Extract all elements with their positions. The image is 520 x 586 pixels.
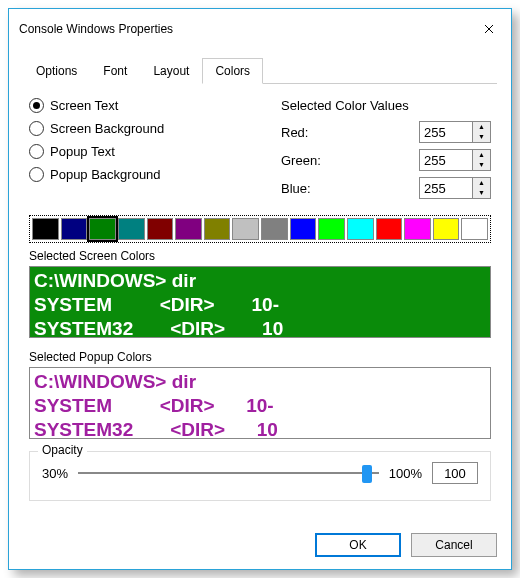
spin-down-icon[interactable]: ▼ (473, 188, 490, 198)
red-label: Red: (281, 125, 308, 140)
red-input[interactable] (420, 122, 472, 142)
slider-track (78, 472, 379, 474)
screen-colors-label: Selected Screen Colors (29, 249, 491, 263)
blue-input[interactable] (420, 178, 472, 198)
spin-down-icon[interactable]: ▼ (473, 132, 490, 142)
spin-up-icon[interactable]: ▲ (473, 122, 490, 132)
cancel-button[interactable]: Cancel (411, 533, 497, 557)
palette-swatch-11[interactable] (347, 218, 374, 240)
colors-pane: Screen Text Screen Background Popup Text… (23, 84, 497, 507)
tab-layout[interactable]: Layout (140, 58, 202, 84)
radio-popup-background[interactable]: Popup Background (29, 167, 164, 182)
radio-screen-text[interactable]: Screen Text (29, 98, 164, 113)
opacity-title: Opacity (38, 443, 87, 457)
radio-screen-background[interactable]: Screen Background (29, 121, 164, 136)
radio-icon (29, 144, 44, 159)
target-radio-group: Screen Text Screen Background Popup Text… (29, 98, 164, 205)
palette-swatch-3[interactable] (118, 218, 145, 240)
green-label: Green: (281, 153, 321, 168)
palette-swatch-9[interactable] (290, 218, 317, 240)
green-spinner[interactable]: ▲▼ (419, 149, 491, 171)
blue-label: Blue: (281, 181, 311, 196)
blue-spinner[interactable]: ▲▼ (419, 177, 491, 199)
opacity-slider[interactable] (78, 463, 379, 483)
palette-swatch-14[interactable] (433, 218, 460, 240)
opacity-min-label: 30% (42, 466, 68, 481)
tab-strip: Options Font Layout Colors (23, 57, 497, 84)
palette-swatch-0[interactable] (32, 218, 59, 240)
palette-swatch-1[interactable] (61, 218, 88, 240)
red-spinner[interactable]: ▲▼ (419, 121, 491, 143)
opacity-group: Opacity 30% 100% (29, 451, 491, 501)
tab-options[interactable]: Options (23, 58, 90, 84)
palette-swatch-15[interactable] (461, 218, 488, 240)
palette-swatch-4[interactable] (147, 218, 174, 240)
titlebar: Console Windows Properties (9, 9, 511, 49)
radio-icon (29, 121, 44, 136)
spin-up-icon[interactable]: ▲ (473, 178, 490, 188)
slider-thumb[interactable] (362, 465, 372, 483)
palette-swatch-7[interactable] (232, 218, 259, 240)
radio-popup-text[interactable]: Popup Text (29, 144, 164, 159)
tab-font[interactable]: Font (90, 58, 140, 84)
spin-up-icon[interactable]: ▲ (473, 150, 490, 160)
ok-button[interactable]: OK (315, 533, 401, 557)
palette-swatch-5[interactable] (175, 218, 202, 240)
dialog-buttons: OK Cancel (9, 521, 511, 569)
color-values-title: Selected Color Values (281, 98, 491, 113)
popup-colors-label: Selected Popup Colors (29, 350, 491, 364)
opacity-max-label: 100% (389, 466, 422, 481)
palette-swatch-12[interactable] (376, 218, 403, 240)
window-title: Console Windows Properties (19, 22, 173, 36)
palette-swatch-10[interactable] (318, 218, 345, 240)
palette-swatch-8[interactable] (261, 218, 288, 240)
radio-icon (29, 98, 44, 113)
close-icon (484, 24, 494, 34)
palette-swatch-6[interactable] (204, 218, 231, 240)
popup-preview: C:\WINDOWS> dirSYSTEM <DIR> 10-SYSTEM32 … (29, 367, 491, 439)
client-area: Options Font Layout Colors Screen Text S… (9, 49, 511, 521)
palette-swatch-13[interactable] (404, 218, 431, 240)
green-input[interactable] (420, 150, 472, 170)
close-button[interactable] (467, 15, 511, 43)
spin-down-icon[interactable]: ▼ (473, 160, 490, 170)
tab-colors[interactable]: Colors (202, 58, 263, 84)
properties-window: Console Windows Properties Options Font … (8, 8, 512, 570)
opacity-input[interactable] (432, 462, 478, 484)
selected-color-values: Selected Color Values Red: ▲▼ Green: ▲▼ … (281, 98, 491, 205)
radio-icon (29, 167, 44, 182)
screen-preview: C:\WINDOWS> dirSYSTEM <DIR> 10-SYSTEM32 … (29, 266, 491, 338)
color-palette (29, 215, 491, 243)
palette-swatch-2[interactable] (89, 218, 116, 240)
